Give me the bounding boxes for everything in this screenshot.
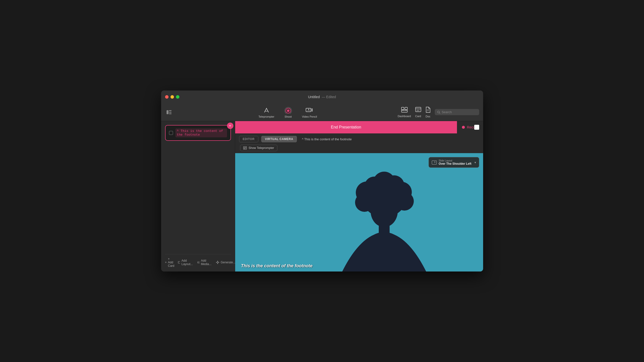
main-content: ^ This is the content of the footnote + …: [161, 121, 483, 272]
add-layout-icon: [178, 261, 180, 264]
subtitle-text: This is the content of the footnote: [241, 263, 312, 269]
end-presentation-section: End Presentation: [235, 121, 457, 133]
svg-line-19: [439, 113, 440, 113]
stop-button[interactable]: [474, 125, 479, 130]
app-window: Untitled — Edited: [161, 90, 483, 272]
doc-tool[interactable]: Doc: [426, 106, 431, 118]
minimize-button[interactable]: [170, 95, 174, 99]
toolbar-right: Dashboard Card: [398, 106, 479, 118]
toolbar-center: Teleprompter Shoot: [178, 105, 398, 120]
svg-rect-12: [416, 107, 421, 112]
svg-rect-0: [166, 110, 168, 114]
shoot-tool[interactable]: Shoot: [282, 105, 294, 120]
svg-rect-2: [169, 112, 172, 112]
slide-layout-main: Over The Shoulder Left: [439, 162, 472, 165]
sidebar-toggle-button[interactable]: [165, 108, 173, 116]
dashboard-tool[interactable]: Dashboard: [398, 107, 411, 118]
virtual-camera-tab[interactable]: VIRTUAL CAMERA: [261, 136, 297, 142]
svg-point-7: [288, 110, 289, 111]
end-presentation-label: End Presentation: [235, 125, 457, 129]
svg-point-36: [370, 195, 398, 227]
shoot-label: Shoot: [284, 115, 292, 118]
titlebar: Untitled — Edited: [161, 90, 483, 103]
teleprompter-row: Show Teleprompter: [235, 145, 483, 153]
svg-rect-3: [169, 113, 172, 114]
card-icon: [415, 107, 422, 114]
add-card-plus-icon: +: [165, 261, 167, 264]
close-button[interactable]: [165, 95, 168, 99]
add-card-plus-button[interactable]: +: [227, 123, 234, 129]
video-pencil-tool[interactable]: Video Pencil: [300, 105, 319, 120]
teleprompter-small-icon: [243, 146, 247, 149]
record-dot-icon: [462, 126, 465, 129]
card-text: ^ This is the content of the footnote: [176, 128, 227, 137]
svg-rect-1: [169, 110, 172, 111]
toolbar: Teleprompter Shoot: [161, 103, 483, 121]
search-input[interactable]: [442, 110, 477, 114]
window-subtitle: — Edited: [322, 95, 336, 99]
generate-icon: [216, 261, 219, 264]
doc-icon: [426, 106, 431, 114]
chevron-down-icon: ▾: [474, 161, 476, 164]
title-center: Untitled — Edited: [308, 95, 336, 99]
card-item: ^ This is the content of the footnote +: [165, 125, 231, 141]
person-silhouette: [342, 168, 426, 272]
view-tabs-bar: EDITOR VIRTUAL CAMERA ^ This is the cont…: [235, 133, 483, 145]
card-checkbox[interactable]: [169, 131, 173, 135]
add-media-icon: [198, 261, 200, 264]
svg-rect-20: [178, 261, 180, 263]
card-label: Card: [415, 115, 421, 118]
dashboard-icon: [401, 107, 408, 114]
add-layout-button[interactable]: Add Layout...: [178, 259, 194, 266]
right-panel: End Presentation Record EDITOR VIRTUAL C…: [235, 121, 483, 272]
slide-layout-text: Slide Layout Over The Shoulder Left: [439, 159, 472, 165]
slide-layout-icon: [432, 161, 437, 164]
generate-button[interactable]: Generate...: [216, 261, 236, 264]
left-bottom-bar: + + Add Card Add Layout...: [165, 254, 231, 268]
card-tool[interactable]: Card: [415, 107, 422, 118]
footnote-preview-text: ^ This is the content of the footnote: [302, 137, 352, 141]
show-teleprompter-button[interactable]: Show Teleprompter: [240, 145, 277, 151]
svg-rect-11: [402, 110, 407, 112]
teleprompter-tool[interactable]: Teleprompter: [256, 105, 276, 120]
teleprompter-label: Teleprompter: [258, 115, 274, 118]
top-bar-row: End Presentation Record: [235, 121, 483, 133]
svg-point-34: [395, 192, 414, 211]
svg-rect-9: [402, 107, 404, 110]
traffic-lights: [165, 95, 180, 99]
slide-layout-selector[interactable]: Slide Layout Over The Shoulder Left ▾: [428, 157, 479, 168]
editor-tab[interactable]: EDITOR: [239, 136, 258, 142]
record-button[interactable]: Record: [457, 125, 483, 129]
video-area: Slide Layout Over The Shoulder Left ▾ Th…: [235, 153, 483, 272]
add-card-button[interactable]: + + Add Card: [165, 257, 174, 268]
show-teleprompter-label: Show Teleprompter: [249, 146, 274, 150]
video-pencil-icon: [306, 106, 313, 114]
teleprompter-icon: [262, 106, 270, 114]
add-media-button[interactable]: Add Media...: [198, 259, 213, 266]
window-title: Untitled: [308, 95, 320, 99]
svg-rect-10: [405, 107, 407, 110]
video-pencil-label: Video Pencil: [302, 115, 317, 118]
camera-icon: [284, 106, 292, 114]
dashboard-label: Dashboard: [398, 115, 411, 118]
toolbar-right-tools: Dashboard Card: [398, 106, 431, 118]
doc-label: Doc: [426, 115, 430, 118]
svg-point-23: [198, 262, 198, 262]
slide-layout-sub: Slide Layout: [439, 159, 472, 162]
left-panel: ^ This is the content of the footnote + …: [161, 121, 235, 272]
toolbar-left: [165, 108, 173, 116]
search-icon: [437, 110, 440, 114]
maximize-button[interactable]: [176, 95, 180, 99]
search-box[interactable]: [435, 109, 479, 115]
camera-preview: Slide Layout Over The Shoulder Left ▾ Th…: [235, 153, 483, 272]
